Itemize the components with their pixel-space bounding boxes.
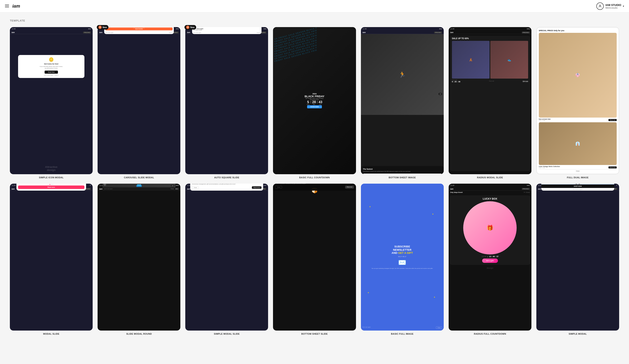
chevron-down-icon: ▾ [623, 5, 624, 7]
main-content: TEMPLATE 11:40●●● iam PRICING 🪙 [0, 12, 629, 342]
template-label: RADIUS MODAL SLIDE [477, 176, 503, 179]
template-card-basic-full-countdown[interactable]: CK FRIDAY SALE SEASON BLACK F FRIDAY SAL… [273, 27, 356, 179]
avatar [596, 2, 604, 10]
logo: iam [12, 3, 20, 9]
svg-rect-1 [5, 6, 9, 6]
template-card-modal-slide[interactable]: 11:40✕ iam PRICING 🥤 NEW DRINKS! [10, 184, 93, 335]
template-card-radius-modal-slide[interactable]: 11:40●●● iam PRICING SALE UP TO 60% 🧸 👟 [449, 27, 531, 179]
template-preview-radius-countdown: 11:40●●● iam PRICING Only 2days Event! ✕… [449, 184, 531, 331]
template-label: FULL DUAL IMAGE [567, 176, 589, 179]
template-preview-simple-modal-slide: 11:40●●● iam PRICING 🎁 Feel happy moment… [185, 184, 268, 331]
template-preview-auto-square: 11:40●●● iam PRICING FIND YOURHOBBY IAM … [185, 27, 268, 174]
menu-icon[interactable] [5, 4, 9, 8]
user-name: IAM STUDIO [605, 3, 621, 6]
template-card-full-dual-image[interactable]: SPECIAL PRICE Only for you 👘 New arrival… [536, 27, 619, 179]
template-preview-full-dual: SPECIAL PRICE Only for you 👘 New arrival… [537, 27, 619, 174]
template-card-auto-square-slide[interactable]: N New 11:40●●● iam PRICING [185, 27, 268, 179]
template-label: RADIUS FULL COUNTDOWN [474, 333, 506, 335]
template-preview-modal-slide: 11:40✕ iam PRICING 🥤 NEW DRINKS! [10, 184, 93, 331]
template-preview-simple-icon: 11:40●●● iam PRICING 🪙 Get Coins for fre… [10, 27, 93, 174]
template-label: SLIDE MODAL ROUND [126, 333, 152, 335]
template-preview-bottom-sheet: 11:40●●● iam PRICING 🏃 1/3 The fastest S… [361, 27, 444, 174]
template-card-bottom-sheet-image[interactable]: 11:40●●● iam PRICING 🏃 1/3 The fastest S… [361, 27, 444, 179]
template-preview-basic-full-image: SUBSCRIBENEWSLETTERAND GET A GIFT 04.17~… [361, 184, 444, 331]
header: iam IAM STUDIO Metricstudio ▾ [0, 0, 629, 12]
template-label: CAROUSEL SLIDE MODAL [124, 176, 154, 179]
template-label: BASIC FULL COUNTDOWN [299, 176, 330, 179]
svg-point-3 [599, 5, 601, 6]
template-card-carousel-slide-modal[interactable]: N New 11:40●●● iam PRICING [98, 27, 180, 179]
template-label: SIMPLE MODAL SLIDE [214, 333, 240, 335]
template-preview-carousel: 11:40●●● iam PRICING 📚 1/3 [98, 27, 180, 174]
template-label: AUTO SQUARE SLIDE [214, 176, 239, 179]
template-label: SIMPLE ICON MODAL [39, 176, 64, 179]
template-preview-slide-round: 11:40●●● iam PRICING HOME DECO Put my ta… [98, 184, 180, 331]
template-card-bottom-sheet-slide[interactable]: 11:40●●● iam PRICING 🍞 Enjoy bread! Chec… [273, 184, 356, 335]
template-label: BOTTOM SHEET SLIDE [301, 333, 328, 335]
template-card-simple-icon-modal[interactable]: 11:40●●● iam PRICING 🪙 Get Coins for fre… [10, 27, 93, 179]
new-badge: N New [184, 25, 196, 30]
svg-rect-2 [5, 7, 9, 7]
section-title: TEMPLATE [10, 19, 619, 22]
user-info: IAM STUDIO Metricstudio [605, 3, 621, 9]
user-subtitle: Metricstudio [605, 6, 621, 9]
user-menu[interactable]: IAM STUDIO Metricstudio ▾ [596, 2, 624, 10]
template-label: MODAL SLIDE [43, 333, 59, 335]
template-preview-countdown: CK FRIDAY SALE SEASON BLACK F FRIDAY SAL… [273, 27, 356, 174]
new-badge: N New [97, 25, 109, 30]
template-label: BASIC FULL IMAGE [391, 333, 414, 335]
template-label: BOTTOM SHEET IMAGE [389, 176, 416, 179]
template-label: SIMPLE MODAL [569, 333, 587, 335]
template-card-radius-full-countdown[interactable]: 11:40●●● iam PRICING Only 2days Event! ✕… [449, 184, 531, 335]
template-preview-simple-modal: 11:40✕ iam PRICING IAM Express We guaran… [536, 184, 619, 331]
template-card-basic-full-image[interactable]: SUBSCRIBENEWSLETTERAND GET A GIFT 04.17~… [361, 184, 444, 335]
template-card-slide-modal-round[interactable]: 11:40●●● iam PRICING HOME DECO Put my ta… [98, 184, 180, 335]
header-left: iam [5, 3, 20, 9]
template-preview-bottom-sheet-slide: 11:40●●● iam PRICING 🍞 Enjoy bread! Chec… [273, 184, 356, 331]
template-preview-radius-modal: 11:40●●● iam PRICING SALE UP TO 60% 🧸 👟 [449, 27, 531, 174]
svg-rect-0 [5, 4, 9, 5]
template-card-simple-modal-slide[interactable]: 11:40●●● iam PRICING 🎁 Feel happy moment… [185, 184, 268, 335]
template-grid: 11:40●●● iam PRICING 🪙 Get Coins for fre… [10, 27, 619, 335]
template-card-simple-modal[interactable]: 11:40✕ iam PRICING IAM Express We guaran… [536, 184, 619, 335]
